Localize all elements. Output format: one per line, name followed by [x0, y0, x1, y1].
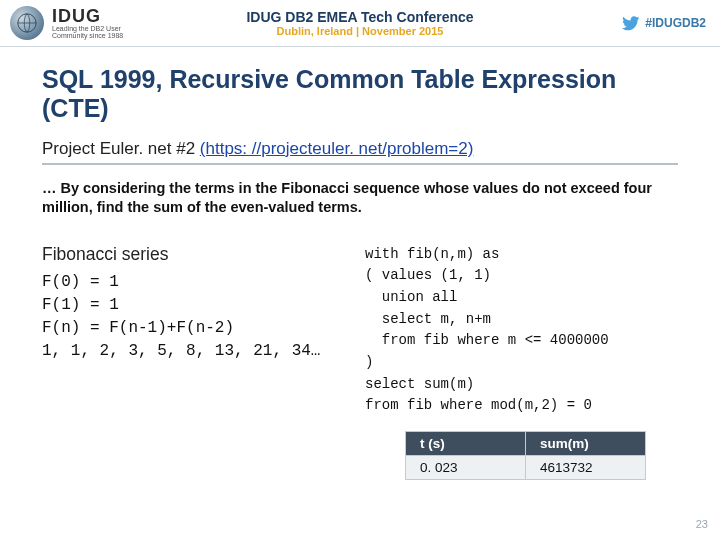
logo-text: IDUG — [52, 7, 123, 25]
cell-sum: 4613732 — [526, 456, 646, 480]
logo-block: IDUG Leading the DB2 User Community sinc… — [10, 6, 123, 40]
globe-icon — [10, 6, 44, 40]
hashtag: #IDUGDB2 — [645, 16, 706, 30]
logo-sub1: Leading the DB2 User — [52, 25, 123, 32]
page-number: 23 — [696, 518, 708, 530]
subtitle-prefix: Project Euler. net #2 — [42, 139, 200, 158]
result-table: t (s) sum(m) 0. 023 4613732 — [405, 431, 646, 480]
sql-code: with fib(n,m) as ( values (1, 1) union a… — [365, 244, 678, 418]
sql-column: with fib(n,m) as ( values (1, 1) union a… — [365, 244, 678, 418]
fibonacci-column: Fibonacci series F(0) = 1 F(1) = 1 F(n) … — [42, 244, 347, 418]
logo-sub2: Community since 1988 — [52, 32, 123, 39]
problem-statement: … By considering the terms in the Fibona… — [42, 179, 678, 218]
table-row: t (s) sum(m) — [406, 432, 646, 456]
fibonacci-definition: F(0) = 1 F(1) = 1 F(n) = F(n-1)+F(n-2) 1… — [42, 271, 347, 364]
twitter-icon — [622, 14, 640, 32]
columns: Fibonacci series F(0) = 1 F(1) = 1 F(n) … — [42, 244, 678, 418]
slide-header: IDUG Leading the DB2 User Community sinc… — [0, 0, 720, 46]
result-wrap: t (s) sum(m) 0. 023 4613732 — [42, 431, 678, 480]
cell-time: 0. 023 — [406, 456, 526, 480]
header-subtitle: Dublin, Ireland | November 2015 — [246, 25, 473, 37]
page-title: SQL 1999, Recursive Common Table Express… — [42, 65, 678, 123]
euler-link[interactable]: (https: //projecteuler. net/problem=2) — [200, 139, 474, 158]
content-divider — [42, 163, 678, 165]
header-title: IDUG DB2 EMEA Tech Conference — [246, 9, 473, 25]
table-row: 0. 023 4613732 — [406, 456, 646, 480]
col-header-sum: sum(m) — [526, 432, 646, 456]
subtitle-row: Project Euler. net #2 (https: //projecte… — [42, 139, 678, 159]
header-divider — [0, 46, 720, 47]
header-right: #IDUGDB2 — [622, 14, 706, 32]
fibonacci-title: Fibonacci series — [42, 244, 347, 265]
header-center: IDUG DB2 EMEA Tech Conference Dublin, Ir… — [246, 9, 473, 37]
col-header-time: t (s) — [406, 432, 526, 456]
slide-content: SQL 1999, Recursive Common Table Express… — [0, 53, 720, 480]
